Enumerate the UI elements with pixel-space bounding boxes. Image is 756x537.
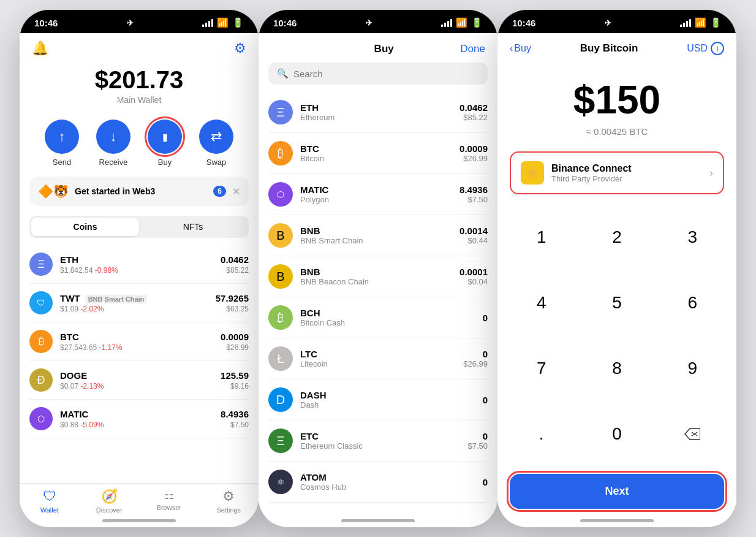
key-4[interactable]: 4 (504, 270, 579, 335)
web3-banner[interactable]: 🔶🐯 Get started in Web3 6 ✕ (29, 177, 249, 206)
key-6[interactable]: 6 (655, 270, 730, 335)
receive-button[interactable]: ↓ Receive (96, 120, 130, 167)
coin-item-matic[interactable]: ⬡ MATIC $0.88 -5.09% 8.4936 $7.50 (29, 400, 249, 438)
etc-buy-amount: 0 (467, 431, 488, 441)
buy-item-bnb1[interactable]: B BNB BNB Smart Chain 0.0014 $0.44 (268, 215, 488, 256)
btc-buy-values: 0.0009 $26.99 (459, 143, 488, 163)
coin-list: Ξ ETH $1,842.54 -0.98% 0.0462 $85.22 🛡 T… (20, 245, 259, 483)
buy-item-eth[interactable]: Ξ ETH Ethereum 0.0462 $85.22 (268, 92, 488, 133)
phone-buy-bitcoin: 10:46 ✈ 📶 🔋 ‹ Buy Buy Bitcoin USD i $150… (497, 10, 736, 527)
back-button[interactable]: ‹ Buy (510, 43, 531, 54)
web3-close-icon[interactable]: ✕ (232, 186, 240, 197)
tab-coins[interactable]: Coins (31, 218, 139, 236)
wallet-balance: $201.73 Main Wallet (20, 61, 259, 115)
eth-info: ETH $1,842.54 -0.98% (60, 254, 221, 275)
etc-buy-chain: Ethereum Classic (300, 441, 467, 451)
status-icons-2: 📶 🔋 (441, 17, 483, 28)
next-button[interactable]: Next (510, 474, 724, 509)
matic-buy-chain: Polygon (300, 195, 459, 204)
etc-buy-name: ETC (300, 431, 467, 441)
buy-item-atom[interactable]: ⚛ ATOM Cosmos Hub 0 (268, 462, 488, 503)
btc-buy-chain: Bitcoin (300, 154, 459, 163)
btc-buy-amount: 0.0009 (459, 143, 488, 154)
notification-icon[interactable]: 🔔 (32, 40, 48, 56)
done-button[interactable]: Done (460, 43, 485, 55)
key-9[interactable]: 9 (655, 335, 730, 401)
key-0[interactable]: 0 (579, 401, 654, 467)
provider-info: Binance Connect Third Party Provider (551, 163, 702, 183)
twt-info: TWT BNB Smart Chain $1.09 -2.02% (60, 293, 216, 313)
matic-usd: $7.50 (221, 421, 249, 429)
coin-item-eth[interactable]: Ξ ETH $1,842.54 -0.98% 0.0462 $85.22 (29, 245, 249, 284)
signal-icon-2 (441, 19, 452, 27)
key-3[interactable]: 3 (655, 204, 730, 270)
eth-icon: Ξ (29, 253, 53, 276)
eth-buy-usd: $85.22 (459, 113, 488, 122)
info-icon[interactable]: i (711, 42, 724, 55)
battery-icon-3: 🔋 (710, 17, 722, 28)
settings-nav-icon: ⚙ (222, 489, 235, 505)
buy-title: Buy (374, 43, 394, 55)
matic-sub: $0.88 -5.09% (60, 421, 221, 429)
buy-item-bnb2[interactable]: B BNB BNB Beacon Chain 0.0001 $0.04 (268, 256, 488, 297)
backspace-key[interactable] (655, 401, 730, 467)
key-dot[interactable]: . (504, 401, 579, 467)
key-2[interactable]: 2 (579, 204, 654, 270)
wallet-label: Main Wallet (20, 95, 259, 105)
buy-button[interactable]: ▮ Buy (148, 120, 182, 167)
key-8[interactable]: 8 (579, 335, 654, 401)
matic-values: 8.4936 $7.50 (221, 409, 249, 429)
buy-item-matic[interactable]: ⬡ MATIC Polygon 8.4936 $7.50 (268, 174, 488, 215)
location-icon-1: ✈ (127, 18, 134, 28)
send-button[interactable]: ↑ Send (45, 120, 79, 167)
twt-sub: $1.09 -2.02% (60, 305, 216, 313)
search-icon: 🔍 (277, 68, 289, 79)
btc-usd: $26.99 (221, 343, 249, 352)
filter-icon[interactable]: ⚙ (234, 40, 246, 56)
key-7[interactable]: 7 (504, 335, 579, 401)
nav-browser[interactable]: ⚏ Browser (139, 489, 199, 514)
btc-symbol: BTC (60, 332, 221, 342)
wallet-screen: 🔔 ⚙ $201.73 Main Wallet ↑ Send ↓ Receive… (20, 33, 259, 524)
binance-icon (521, 161, 544, 185)
browser-nav-label: Browser (157, 504, 181, 511)
buy-btc-title: Buy Bitcoin (580, 42, 638, 55)
home-indicator-3 (580, 519, 654, 522)
nav-settings[interactable]: ⚙ Settings (199, 489, 259, 514)
coin-item-twt[interactable]: 🛡 TWT BNB Smart Chain $1.09 -2.02% 57.92… (29, 284, 249, 322)
next-btn-container: Next (497, 467, 736, 524)
chevron-left-icon: ‹ (510, 43, 513, 54)
nav-discover[interactable]: 🧭 Discover (80, 489, 140, 514)
buy-item-ltc[interactable]: Ł LTC Litecoin 0 $26.99 (268, 338, 488, 379)
bnb2-buy-name: BNB (300, 267, 459, 277)
ltc-buy-chain: Litecoin (300, 359, 463, 368)
receive-label: Receive (99, 158, 128, 167)
buy-item-dash[interactable]: D DASH Dash 0 (268, 379, 488, 421)
provider-sub: Third Party Provider (551, 174, 702, 183)
key-1[interactable]: 1 (504, 204, 579, 270)
battery-icon-1: 🔋 (232, 17, 244, 28)
key-5[interactable]: 5 (579, 270, 654, 335)
nav-wallet[interactable]: 🛡 Wallet (20, 489, 80, 514)
coin-item-btc[interactable]: ₿ BTC $27,543.65 -1.17% 0.0009 $26.99 (29, 322, 249, 361)
buy-item-bch[interactable]: ₿ BCH Bitcoin Cash 0 (268, 297, 488, 338)
doge-sub: $0.07 -2.13% (60, 382, 221, 390)
currency-selector[interactable]: USD i (687, 42, 724, 55)
time-2: 10:46 (273, 18, 297, 28)
etc-buy-info: ETC Ethereum Classic (300, 431, 467, 451)
buy-btc-header: ‹ Buy Buy Bitcoin USD i (497, 33, 736, 63)
ltc-buy-icon: Ł (268, 346, 293, 371)
bnb1-buy-name: BNB (300, 226, 459, 236)
home-indicator-1 (102, 519, 176, 522)
provider-box[interactable]: Binance Connect Third Party Provider › (510, 151, 724, 194)
coin-item-doge[interactable]: Ð DOGE $0.07 -2.13% 125.59 $9.16 (29, 361, 249, 400)
buy-item-etc[interactable]: Ξ ETC Ethereum Classic 0 $7.50 (268, 421, 488, 462)
tab-nfts[interactable]: NFTs (139, 218, 247, 236)
matic-buy-info: MATIC Polygon (300, 185, 459, 204)
buy-list: Ξ ETH Ethereum 0.0462 $85.22 ₿ BTC Bitco… (259, 92, 497, 524)
swap-button[interactable]: ⇄ Swap (199, 120, 233, 167)
search-input[interactable] (293, 69, 479, 79)
eth-buy-amount: 0.0462 (459, 102, 488, 113)
numpad: 1 2 3 4 5 6 7 8 9 . 0 (497, 204, 736, 467)
buy-item-btc[interactable]: ₿ BTC Bitcoin 0.0009 $26.99 (268, 133, 488, 174)
